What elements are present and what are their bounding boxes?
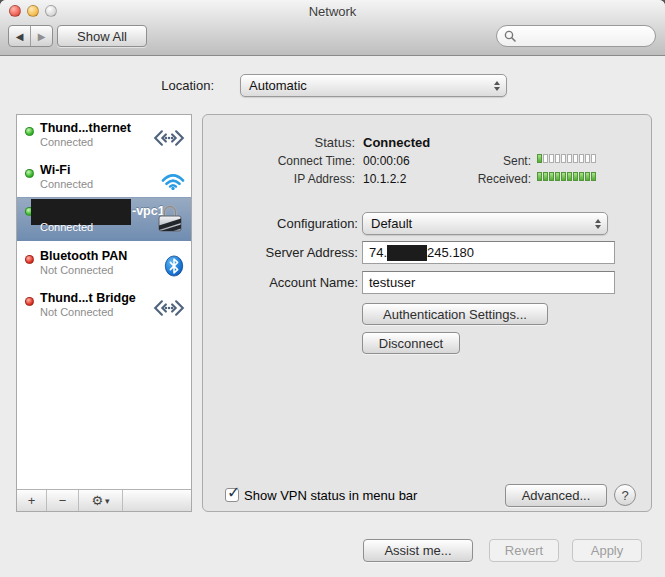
status-dot-connected — [25, 169, 34, 178]
wifi-icon — [161, 170, 185, 194]
service-row-thunderbolt-bridge[interactable]: Thund...t Bridge Not Connected — [17, 289, 191, 331]
show-vpn-status-label: Show VPN status in menu bar — [244, 488, 417, 503]
server-address-label: Server Address: — [210, 245, 358, 260]
ethernet-icon — [153, 299, 185, 321]
redacted-server-octets — [387, 245, 427, 261]
sent-label: Sent: — [455, 154, 531, 168]
connect-time-label: Connect Time: — [240, 154, 355, 168]
search-field[interactable] — [496, 25, 656, 47]
search-icon — [504, 30, 516, 42]
ip-address-label: IP Address: — [240, 172, 355, 186]
help-button[interactable]: ? — [614, 484, 636, 506]
network-preferences-window: Network ◀ ▶ Show All Location: Automatic… — [0, 0, 665, 577]
back-button[interactable]: ◀ — [9, 26, 30, 46]
forward-button[interactable]: ▶ — [30, 26, 52, 46]
service-name: Thund...thernet — [40, 121, 131, 135]
service-row-thunderbolt-ethernet[interactable]: Thund...thernet Connected — [17, 119, 191, 161]
search-input[interactable] — [520, 28, 645, 44]
service-status: Not Connected — [40, 306, 113, 318]
assist-me-button[interactable]: Assist me... — [363, 539, 473, 562]
service-row-vpn[interactable]: -vpc1 Connected — [17, 197, 191, 241]
service-name: Bluetooth PAN — [40, 249, 127, 263]
account-name-value: testuser — [369, 275, 415, 290]
service-name: Wi-Fi — [40, 163, 70, 177]
location-label: Location: — [130, 78, 214, 93]
window-chrome: Network ◀ ▶ Show All — [0, 0, 665, 56]
ip-address-value: 10.1.2.2 — [363, 172, 406, 186]
status-label: Status: — [240, 135, 355, 150]
configuration-popup[interactable]: Default — [362, 212, 608, 235]
gear-icon: ⚙ — [91, 493, 103, 508]
services-list-toolbar: + − ⚙▾ — [17, 489, 191, 511]
revert-button[interactable]: Revert — [489, 539, 559, 562]
service-row-bluetooth-pan[interactable]: Bluetooth PAN Not Connected — [17, 247, 191, 289]
show-all-button[interactable]: Show All — [57, 25, 147, 47]
back-forward-control: ◀ ▶ — [8, 25, 53, 47]
service-actions-button[interactable]: ⚙▾ — [79, 490, 123, 511]
ethernet-icon — [153, 129, 185, 151]
account-name-label: Account Name: — [210, 275, 358, 290]
chevron-down-icon: ▾ — [105, 496, 110, 506]
configuration-popup-value: Default — [371, 216, 412, 231]
disconnect-button[interactable]: Disconnect — [362, 332, 460, 354]
status-dot-not-connected — [25, 255, 34, 264]
account-name-field[interactable]: testuser — [362, 271, 615, 294]
window-title: Network — [0, 4, 665, 19]
remove-service-button[interactable]: − — [47, 490, 79, 511]
advanced-button[interactable]: Advanced... — [505, 484, 607, 507]
add-service-button[interactable]: + — [17, 490, 47, 511]
status-value: Connected — [363, 135, 430, 150]
connect-time-value: 00:00:06 — [363, 154, 410, 168]
service-status: Connected — [40, 136, 93, 148]
service-status: Not Connected — [40, 264, 113, 276]
lock-icon — [155, 202, 185, 238]
service-status: Connected — [40, 178, 93, 190]
apply-button[interactable]: Apply — [572, 539, 642, 562]
status-dot-not-connected — [25, 297, 34, 306]
bluetooth-icon — [163, 255, 185, 281]
server-address-prefix: 74. — [369, 245, 387, 260]
show-vpn-status-checkbox[interactable]: ✓ — [225, 488, 239, 502]
configuration-label: Configuration: — [210, 216, 358, 231]
authentication-settings-button[interactable]: Authentication Settings... — [362, 303, 548, 325]
status-dot-connected — [25, 127, 34, 136]
popup-stepper-icon — [494, 81, 500, 91]
popup-stepper-icon — [595, 219, 601, 229]
sent-meter — [537, 154, 597, 163]
checkmark-icon: ✓ — [227, 483, 240, 502]
services-list: Thund...thernet Connected Wi-Fi Connecte… — [16, 114, 192, 512]
server-address-field[interactable]: 74.245.180 — [362, 241, 615, 264]
location-popup-value: Automatic — [249, 78, 307, 93]
received-label: Received: — [455, 172, 531, 186]
received-meter — [537, 172, 597, 181]
location-popup[interactable]: Automatic — [240, 74, 507, 97]
service-status: Connected — [40, 221, 93, 233]
server-address-suffix: 245.180 — [427, 245, 474, 260]
service-name: Thund...t Bridge — [40, 291, 136, 305]
